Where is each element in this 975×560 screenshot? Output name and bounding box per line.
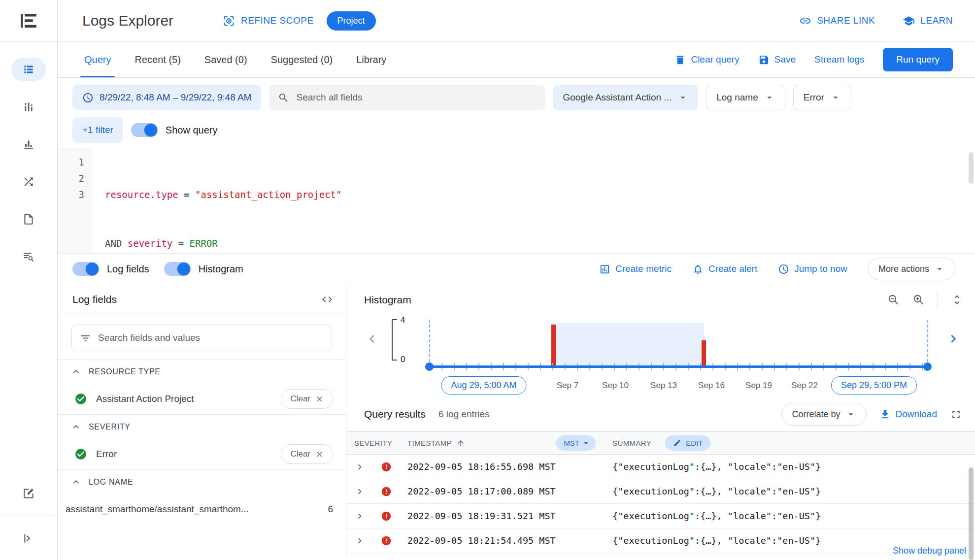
add-filter-button[interactable]: +1 filter [72,117,123,143]
nav-compose[interactable] [11,471,46,516]
correlate-by-dropdown[interactable]: Correlate by [781,403,866,426]
create-metric-button[interactable]: Create metric [599,264,672,275]
tick-label-sep22: Sep 22 [791,381,818,391]
time-range-slider[interactable] [429,365,928,368]
nav-log-router[interactable] [11,170,46,194]
nav-logs-explorer[interactable] [11,58,46,81]
cloud-logging-logo[interactable] [0,0,57,42]
range-end-pill[interactable]: Sep 29, 5:00 PM [831,376,917,395]
log-entry-row[interactable]: 2022-09-05 18:21:54.495 MST {"executionL… [346,528,975,553]
project-scope-badge[interactable]: Project [327,11,376,31]
results-panel: Histogram 4 0 [346,284,975,560]
collapse-log-fields-button[interactable] [321,294,333,305]
create-alert-button[interactable]: Create alert [692,264,757,275]
log-name-count: 6 [328,504,333,515]
tab-actions: Clear query Save Stream logs Run query [674,42,953,77]
filter-item-error[interactable]: Error Clear [58,439,346,469]
clear-severity-filter-button[interactable]: Clear [281,444,333,464]
range-end-handle[interactable] [923,362,932,371]
tab-library[interactable]: Library [344,42,398,77]
tab-recent[interactable]: Recent (5) [123,42,192,77]
histogram-bar-sep5[interactable] [551,325,556,367]
section-severity[interactable]: SEVERITY [58,414,346,439]
save-label: Save [774,54,796,65]
log-fields-toggle-label: Log fields [107,264,149,275]
download-button[interactable]: Download [879,409,938,420]
tab-query[interactable]: Query [72,42,123,77]
tab-suggested[interactable]: Suggested (0) [259,42,345,77]
column-timestamp[interactable]: TIMESTAMP MST [400,435,603,451]
more-actions-dropdown[interactable]: More actions [868,258,955,280]
fullscreen-button[interactable] [950,408,962,421]
log-entry-row[interactable]: 2022-09-05 18:19:31.521 MST {"executionL… [346,504,975,528]
chevron-down-icon [677,92,688,103]
severity-value: Error [96,449,117,460]
section-log-name-label: LOG NAME [89,478,133,487]
zoom-out-button[interactable] [887,294,900,306]
tick-label-sep19: Sep 19 [745,381,772,391]
nav-log-based-metrics[interactable] [11,132,46,156]
histogram-chart[interactable]: 4 0 [346,315,975,374]
tab-saved[interactable]: Saved (0) [193,42,259,77]
expand-row-button[interactable] [346,486,373,497]
share-link-button[interactable]: SHARE LINK [799,15,875,27]
edit-summary-button[interactable]: EDIT [665,435,710,451]
log-fields-toggle[interactable] [72,262,99,276]
timezone-dropdown[interactable]: MST [556,435,596,451]
expand-nav-button[interactable] [0,516,57,560]
histogram-next-button[interactable] [945,331,961,347]
zoom-in-button[interactable] [912,294,925,306]
nav-log-storage[interactable] [11,207,46,231]
save-button[interactable]: Save [758,54,796,66]
log-entry-row[interactable]: 2022-09-05 18:17:00.089 MST {"executionL… [346,479,975,504]
section-log-name[interactable]: LOG NAME [58,469,346,494]
histogram-toggle[interactable] [164,262,191,276]
query-results-table: SEVERITY TIMESTAMP MST SUMMARY [346,431,975,553]
scope-icon [223,15,235,27]
check-circle-icon [74,393,87,405]
stream-logs-button[interactable]: Stream logs [814,54,864,65]
jump-to-now-button[interactable]: Jump to now [778,264,847,275]
learn-button[interactable]: LEARN [903,15,953,27]
search-all-fields-input[interactable] [296,92,536,103]
show-query-toggle[interactable] [131,123,158,137]
search-all-fields[interactable] [269,85,545,110]
show-debug-panel-link[interactable]: Show debug panel [893,546,966,556]
range-start-handle[interactable] [425,362,434,371]
log-name-filter-dropdown[interactable]: Log name [706,85,785,110]
results-scrollbar[interactable] [969,467,974,560]
timestamp-header-label: TIMESTAMP [407,439,452,447]
summary-cell: {"executionLog":{…}, "locale":"en-US"} [603,461,975,472]
log-name-filter-label: Log name [716,92,758,103]
log-fields-search-input[interactable] [98,332,324,343]
expand-row-button[interactable] [346,511,373,522]
editor-scrollbar[interactable] [969,152,974,184]
histogram-plot[interactable] [429,320,928,367]
log-name-item[interactable]: assistant_smarthome/assistant_smarthom..… [58,494,346,525]
log-search-icon [22,250,35,263]
time-range-filter[interactable]: 8/29/22, 8:48 AM – 9/29/22, 9:48 AM [72,85,261,110]
time-range-label: 8/29/22, 8:48 AM – 9/29/22, 9:48 AM [100,92,251,103]
range-start-pill[interactable]: Aug 29, 5:00 AM [441,376,526,395]
nav-log-analytics[interactable] [11,245,46,268]
column-severity[interactable]: SEVERITY [346,439,400,447]
section-resource-type[interactable]: RESOURCE TYPE [58,359,346,384]
histogram-selection[interactable] [551,323,704,367]
refine-scope-button[interactable]: REFINE SCOPE [223,15,313,27]
nav-logs-dashboard[interactable] [11,95,46,119]
clear-resource-filter-button[interactable]: Clear [281,389,333,409]
log-fields-search[interactable] [71,325,332,351]
severity-filter-dropdown[interactable]: Error [793,85,851,110]
histogram-prev-button[interactable] [364,331,380,347]
filter-item-assistant-action-project[interactable]: Assistant Action Project Clear [58,384,346,414]
log-entry-row[interactable]: 2022-09-05 18:16:55.698 MST {"executionL… [346,455,975,479]
expand-row-button[interactable] [346,535,373,546]
query-code[interactable]: resource.type = "assistant_action_projec… [92,148,975,253]
query-editor[interactable]: 1 2 3 resource.type = "assistant_action_… [58,148,975,253]
sort-ascending-icon[interactable] [456,439,465,448]
clear-query-button[interactable]: Clear query [674,54,739,66]
resource-filter-dropdown[interactable]: Google Assistant Action ... [553,85,698,110]
run-query-button[interactable]: Run query [883,48,953,71]
expand-histogram-button[interactable] [951,294,963,306]
expand-row-button[interactable] [346,461,373,472]
